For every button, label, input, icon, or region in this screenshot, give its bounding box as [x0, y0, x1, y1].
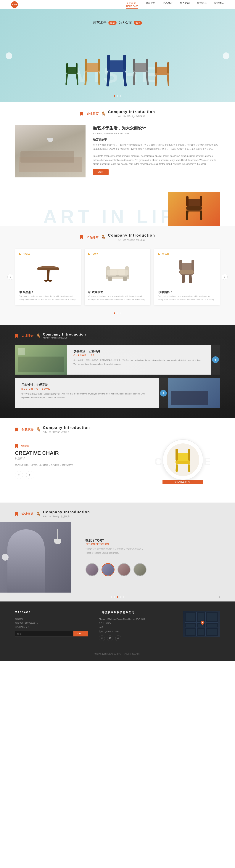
chair-1: [65, 61, 79, 91]
svg-rect-23: [146, 59, 148, 71]
hero-section: 融艺术于 生活 为大众而 设计 VISHE: [0, 9, 235, 102]
footer-email-icon[interactable]: ✉: [99, 635, 105, 641]
product-name-2: ③ 欧露椅子: [158, 290, 216, 294]
team-avatar-2[interactable]: [102, 563, 114, 576]
product-name-1: ② 欧露尔发: [88, 290, 146, 294]
footer-input-row: SEND →: [15, 631, 88, 637]
creative-icon-btn-1[interactable]: ⊕: [15, 471, 23, 479]
products-section-header: 产品介绍 🪑 Company Introduction Art / Life /…: [7, 226, 228, 245]
creative-left: 创意家居 CREATIVE CHAIR 创意椅子 精选北美黑桃、胡桃木、卓越材质…: [15, 444, 135, 479]
hero-next-button[interactable]: ›: [223, 53, 229, 59]
svg-rect-64: [188, 448, 190, 461]
hero-dots: [114, 95, 121, 97]
footer-phone-icon[interactable]: ☎: [107, 635, 113, 641]
svg-rect-26: [167, 75, 169, 86]
about-image: [15, 125, 86, 178]
about-title-cn: 融艺术于生活，为大众而设计: [93, 125, 220, 131]
hero-dot-1[interactable]: [114, 95, 115, 97]
footer-col-address: 上海微仕家居科技有限公司 Shanghai Minimun Fuxing Zha…: [99, 611, 172, 641]
svg-rect-3: [66, 67, 77, 73]
creative-section-tag: 创意家居: [22, 428, 33, 432]
chair-3: [105, 54, 128, 91]
product-card-table: TABLE ① 圆桌桌子 ROUND TABLE Our table is de…: [15, 249, 81, 305]
svg-rect-63: [175, 448, 178, 461]
products-prev-button[interactable]: ‹: [7, 274, 13, 280]
design-card-1-button[interactable]: +: [212, 356, 219, 363]
creative-subtitle-cn: 创意椅子: [15, 457, 135, 460]
nav-about[interactable]: 公司介绍: [146, 1, 156, 8]
design-card-2-btn-area: +: [159, 378, 168, 408]
svg-rect-21: [133, 63, 148, 72]
creative-inner: 创意家居 CREATIVE CHAIR 创意椅子 精选北美黑桃、胡桃木、卓越材质…: [0, 439, 235, 495]
svg-rect-4: [66, 63, 68, 72]
svg-rect-35: [186, 196, 189, 206]
svg-rect-17: [123, 55, 126, 70]
svg-rect-10: [85, 59, 87, 71]
footer-map: [183, 611, 220, 637]
about-more-button[interactable]: MORE: [93, 169, 108, 175]
svg-rect-77: [198, 629, 204, 635]
footer-map-icon[interactable]: ⊕: [115, 635, 121, 641]
creative-icon-btn-2[interactable]: ⊙: [26, 471, 34, 479]
hero-dot-2[interactable]: [117, 95, 118, 97]
team-bookmark-icon: [15, 512, 18, 516]
team-person-name: 托比 / TORY: [86, 538, 220, 543]
hero-dot-3[interactable]: [120, 95, 121, 97]
product-dot-2[interactable]: [117, 312, 118, 314]
products-chair-icon: 🪑: [101, 235, 106, 240]
nav-home[interactable]: 企业首页 HOME PAGE: [126, 1, 138, 8]
product-image-chair: [158, 255, 216, 289]
nav-creative[interactable]: 创意家居: [197, 1, 207, 8]
product-dot-1[interactable]: [114, 312, 115, 314]
footer-col-message: MASSAGE 留言姓名： 留言电话：18001198141 MASSAGE 留…: [15, 611, 88, 641]
about-inner: 融艺术于生活，为大众而设计 Art in life, and design fo…: [15, 125, 220, 178]
svg-rect-56: [192, 260, 194, 270]
nav-logo: VISHE: [11, 1, 18, 8]
footer-send-button[interactable]: SEND →: [73, 631, 88, 637]
design-card-1-btn-area: +: [211, 345, 220, 375]
team-person-title: DESIGN DIRECTION: [86, 543, 220, 546]
footer-message-input[interactable]: [15, 631, 73, 637]
creative-desc: 精选北美黑桃、胡桃木、卓越材质，百搭风格，don't worry.: [15, 463, 135, 467]
team-dot-4[interactable]: [120, 596, 121, 598]
team-next-arrow[interactable]: ›: [219, 595, 220, 599]
team-dot-1[interactable]: [111, 596, 112, 598]
design-card-2-button[interactable]: +: [160, 390, 167, 397]
product-tag-0: TABLE: [24, 253, 30, 255]
creative-icons: ⊕ ⊙: [15, 471, 135, 479]
svg-rect-48: [123, 277, 127, 281]
product-image-sofa: [88, 255, 146, 289]
team-avatar-4[interactable]: [133, 563, 146, 576]
design-section-header: 人才理念 🪑 Company Introduction Art / Life /…: [15, 333, 220, 345]
products-next-button[interactable]: ›: [222, 274, 228, 280]
nav-products[interactable]: 产品目录: [163, 1, 172, 8]
team-dot-2[interactable]: [114, 596, 115, 598]
team-subtitle: Art / Life / Design 欣悦家居: [43, 515, 90, 518]
team-dot-3[interactable]: [117, 596, 118, 598]
team-avatar-3[interactable]: [118, 563, 131, 576]
footer-copyright: 沪ICP备17052133号-1 / ICP证：沪ICP证31054564: [95, 653, 141, 655]
svg-rect-11: [98, 59, 100, 71]
footer-col-map: [183, 611, 220, 641]
team-prev-arrow[interactable]: ‹: [2, 554, 8, 561]
design-card-2-text: 用心设计，为爱定制 DESIGN FOR LOVE 每一种创造都以心出发，让爱弥…: [15, 378, 159, 408]
svg-rect-52: [182, 275, 185, 283]
about-content-wrapper: 融艺术于生活，为大众而设计 Art in life, and design fo…: [0, 122, 235, 189]
team-avatar-1[interactable]: [86, 563, 99, 576]
nav-custom[interactable]: 私人定制: [180, 1, 190, 8]
svg-rect-1: [65, 74, 68, 85]
nav-team[interactable]: 设计团队: [214, 1, 224, 8]
svg-rect-53: [189, 275, 192, 283]
team-dot-5[interactable]: [123, 596, 124, 598]
footer-col1-title: MASSAGE: [15, 611, 88, 614]
art-life-section: ART IN LIFE: [0, 189, 235, 226]
design-card-2-desc: 每一种创造都以心出发，让爱弥漫这每一刻，We feel that the bod…: [22, 392, 152, 400]
svg-rect-34: [186, 199, 202, 206]
svg-rect-5: [76, 63, 77, 72]
hero-prev-button[interactable]: ‹: [6, 53, 12, 59]
team-section: 设计团队 🪑 Company Introduction Art / Life /…: [0, 502, 235, 601]
svg-rect-73: [186, 624, 195, 627]
team-person-image: ‹: [0, 522, 71, 593]
svg-point-41: [44, 280, 48, 282]
product-dot-3[interactable]: [120, 312, 121, 314]
